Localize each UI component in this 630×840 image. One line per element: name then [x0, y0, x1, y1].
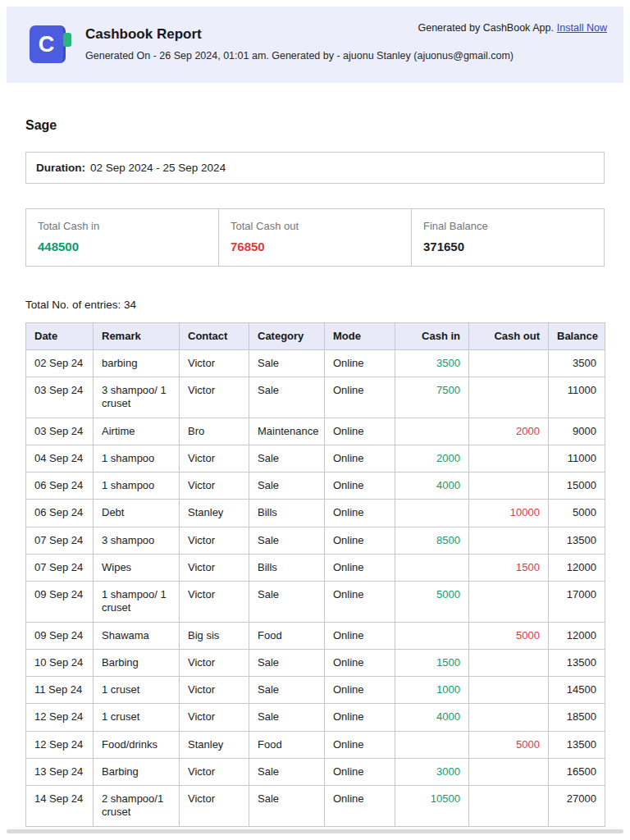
cell-mode: Online	[325, 472, 395, 500]
table-row: 11 Sep 241 crusetVictorSaleOnline1000145…	[26, 677, 605, 704]
cell-remark: Food/drinks	[94, 731, 180, 758]
table-row: 14 Sep 242 shampoo/1 crusetVictorSaleOnl…	[26, 786, 605, 827]
cell-contact: Victor	[180, 554, 249, 581]
cell-category: Food	[249, 622, 325, 649]
cell-category: Sale	[249, 758, 325, 785]
table-row: 07 Sep 243 shampooVictorSaleOnline850013…	[26, 527, 605, 554]
col-header-cash-in: Cash in	[395, 322, 469, 349]
cell-balance: 13500	[549, 527, 605, 554]
cell-date: 07 Sep 24	[26, 527, 94, 554]
cell-cash-out	[469, 582, 549, 623]
cell-date: 09 Sep 24	[26, 622, 94, 649]
cell-contact: Victor	[180, 445, 249, 472]
cell-mode: Online	[325, 527, 395, 554]
logo-letter: C	[39, 34, 55, 56]
generated-by-app-text: Generated by CashBook App.	[418, 22, 553, 34]
cell-mode: Online	[325, 704, 395, 731]
book-name: Sage	[25, 118, 605, 133]
cell-category: Sale	[249, 527, 325, 554]
cell-cash-out	[469, 786, 549, 827]
entries-count: Total No. of entries: 34	[25, 299, 605, 311]
final-balance-value: 371650	[423, 240, 592, 253]
cell-contact: Victor	[180, 758, 249, 785]
col-header-date: Date	[26, 322, 94, 349]
cell-contact: Victor	[180, 786, 249, 827]
cell-date: 02 Sep 24	[26, 349, 94, 377]
cell-balance: 12000	[549, 622, 605, 649]
install-now-link[interactable]: Install Now	[557, 22, 607, 34]
cell-category: Sale	[249, 704, 325, 731]
cell-remark: Debt	[94, 500, 180, 527]
cell-cash-out	[469, 527, 549, 554]
cell-cash-out	[469, 704, 549, 731]
cell-category: Sale	[249, 472, 325, 500]
cell-remark: 1 shampoo	[94, 472, 180, 500]
cell-contact: Big sis	[180, 622, 249, 649]
cell-balance: 11000	[549, 445, 605, 472]
cell-cash-in: 8500	[395, 527, 469, 554]
table-row: 12 Sep 24Food/drinksStanleyFoodOnline500…	[26, 731, 605, 758]
col-header-category: Category	[249, 322, 325, 349]
table-row: 06 Sep 241 shampooVictorSaleOnline400015…	[26, 472, 605, 500]
cell-mode: Online	[325, 377, 395, 418]
cell-cash-out: 5000	[469, 622, 549, 649]
cell-balance: 18500	[549, 704, 605, 731]
cell-category: Sale	[249, 582, 325, 623]
cell-mode: Online	[325, 786, 395, 827]
cell-category: Maintenance	[249, 418, 325, 445]
cell-mode: Online	[325, 649, 395, 676]
table-row: 06 Sep 24DebtStanleyBillsOnline100005000	[26, 500, 605, 527]
cell-cash-in	[395, 500, 469, 527]
table-row: 10 Sep 24BarbingVictorSaleOnline15001350…	[26, 649, 605, 676]
cell-balance: 9000	[549, 418, 605, 445]
table-row: 02 Sep 24barbingVictorSaleOnline35003500	[26, 349, 605, 377]
cell-contact: Victor	[180, 677, 249, 704]
total-cash-in-card: Total Cash in 448500	[26, 209, 218, 266]
cell-cash-out	[469, 649, 549, 676]
cell-contact: Victor	[180, 649, 249, 676]
cell-remark: Barbing	[94, 649, 180, 676]
cell-remark: Barbing	[94, 758, 180, 785]
table-row: 09 Sep 24ShawamaBig sisFoodOnline5000120…	[26, 622, 605, 649]
cell-category: Sale	[249, 677, 325, 704]
cell-mode: Online	[325, 677, 395, 704]
table-row: 09 Sep 241 shampoo/ 1 crusetVictorSaleOn…	[26, 582, 605, 623]
table-header-row: DateRemarkContactCategoryModeCash inCash…	[26, 322, 605, 349]
cell-cash-in	[395, 554, 469, 581]
cell-balance: 12000	[549, 554, 605, 581]
total-cash-in-label: Total Cash in	[38, 220, 207, 232]
cell-cash-out	[469, 472, 549, 500]
generated-info: Generated On - 26 Sep 2024, 01:01 am. Ge…	[85, 50, 514, 62]
cell-remark: Shawama	[94, 622, 180, 649]
cell-date: 06 Sep 24	[26, 472, 94, 500]
cell-date: 03 Sep 24	[26, 418, 94, 445]
cell-remark: 1 shampoo/ 1 cruset	[94, 582, 180, 623]
cell-date: 06 Sep 24	[26, 500, 94, 527]
cell-balance: 16500	[549, 758, 605, 785]
cell-date: 10 Sep 24	[26, 649, 94, 676]
cell-cash-in	[395, 418, 469, 445]
cell-category: Bills	[249, 500, 325, 527]
table-row: 03 Sep 243 shampoo/ 1 crusetVictorSaleOn…	[26, 377, 605, 418]
total-cash-out-label: Total Cash out	[231, 220, 399, 232]
cell-remark: barbing	[94, 349, 180, 377]
cell-contact: Victor	[180, 704, 249, 731]
entries-table: DateRemarkContactCategoryModeCash inCash…	[25, 322, 605, 827]
cell-mode: Online	[325, 622, 395, 649]
cell-remark: Airtime	[94, 418, 180, 445]
cell-balance: 5000	[549, 500, 605, 527]
final-balance-label: Final Balance	[423, 220, 592, 232]
cell-cash-in: 4000	[395, 472, 469, 500]
cell-cash-out: 5000	[469, 731, 549, 758]
cell-balance: 15000	[549, 472, 605, 500]
cell-balance: 13500	[549, 649, 605, 676]
col-header-remark: Remark	[94, 322, 180, 349]
cashbook-logo-icon: C	[30, 25, 69, 63]
cell-cash-in: 10500	[395, 786, 469, 827]
cell-contact: Stanley	[180, 731, 249, 758]
col-header-cash-out: Cash out	[469, 322, 549, 349]
cell-balance: 11000	[549, 377, 605, 418]
cell-cash-out	[469, 677, 549, 704]
table-row: 13 Sep 24BarbingVictorSaleOnline30001650…	[26, 758, 605, 785]
cell-date: 03 Sep 24	[26, 377, 94, 418]
